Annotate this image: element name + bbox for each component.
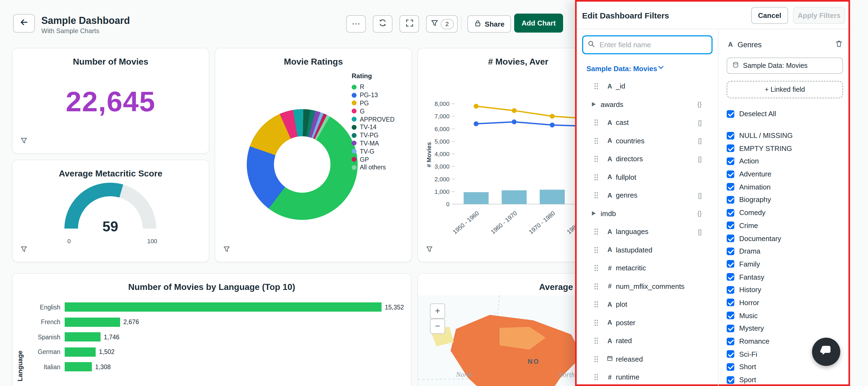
chart-filter-icon[interactable]: [223, 245, 230, 255]
checkbox-checked-icon[interactable]: [727, 325, 734, 332]
genre-option-row[interactable]: Horror: [727, 296, 843, 309]
donut-chart[interactable]: [247, 109, 358, 220]
gauge-chart[interactable]: 59 0 100: [12, 160, 209, 262]
checkbox-checked-icon[interactable]: [727, 132, 734, 139]
drag-handle-icon[interactable]: [594, 155, 598, 163]
genre-option-row[interactable]: Animation: [727, 180, 843, 193]
field-row-imdb[interactable]: imdb{}: [577, 204, 718, 222]
field-row-awards[interactable]: awards{}: [577, 95, 718, 113]
chat-launcher-button[interactable]: [812, 338, 840, 366]
combo-point[interactable]: [512, 119, 517, 124]
language-bar[interactable]: [65, 362, 92, 372]
checkbox-checked-icon[interactable]: [727, 350, 734, 358]
field-row-num_mflix_comments[interactable]: #num_mflix_comments: [577, 277, 718, 295]
checkbox-checked-icon[interactable]: [727, 170, 734, 178]
combo-bar[interactable]: [540, 190, 565, 204]
field-search-input[interactable]: [598, 40, 707, 49]
field-row-runtime[interactable]: #runtime: [577, 368, 718, 386]
genre-option-row[interactable]: Adventure: [727, 168, 843, 180]
genre-option-row[interactable]: Mystery: [727, 322, 843, 335]
checkbox-checked-icon[interactable]: [727, 376, 734, 384]
dashboard-filters-button[interactable]: 2: [426, 15, 458, 33]
back-button[interactable]: [13, 14, 35, 33]
drag-handle-icon[interactable]: [594, 319, 598, 326]
filter-source-chip[interactable]: Sample Data: Movies: [727, 58, 843, 74]
add-linked-field-button[interactable]: + Linked field: [727, 81, 843, 98]
genre-option-row[interactable]: Sport: [727, 374, 843, 386]
checkbox-checked-icon[interactable]: [727, 312, 734, 319]
more-options-button[interactable]: ⋯: [346, 15, 366, 33]
field-row-genres[interactable]: Agenres[]: [577, 186, 718, 204]
drag-handle-icon[interactable]: [594, 228, 598, 235]
combo-bar[interactable]: [464, 192, 489, 204]
field-row-plot[interactable]: Aplot: [577, 295, 718, 314]
chart-filter-icon[interactable]: [20, 245, 28, 255]
checkbox-checked-icon[interactable]: [727, 110, 734, 118]
checkbox-checked-icon[interactable]: [727, 235, 734, 242]
data-source-header[interactable]: Sample Data: Movies: [586, 63, 710, 74]
apply-filters-button[interactable]: Apply Filters: [793, 7, 845, 24]
trash-icon[interactable]: [835, 39, 843, 50]
genre-option-row[interactable]: Documentary: [727, 232, 843, 245]
fullscreen-button[interactable]: [400, 15, 419, 33]
genre-option-row[interactable]: Music: [727, 309, 843, 322]
checkbox-checked-icon[interactable]: [727, 144, 734, 152]
chart-filter-icon[interactable]: [426, 245, 433, 255]
map-zoom-out-button[interactable]: −: [430, 319, 445, 334]
drag-handle-icon[interactable]: [594, 356, 598, 363]
genre-option-row[interactable]: Drama: [727, 245, 843, 257]
field-row-languages[interactable]: Alanguages[]: [577, 222, 718, 241]
field-row-lastupdated[interactable]: Alastupdated: [577, 241, 718, 259]
genre-option-row[interactable]: NULL / MISSING: [727, 129, 843, 142]
checkbox-checked-icon[interactable]: [727, 222, 734, 230]
checkbox-checked-icon[interactable]: [727, 196, 734, 204]
language-bar[interactable]: [65, 303, 381, 312]
checkbox-checked-icon[interactable]: [727, 183, 734, 191]
checkbox-checked-icon[interactable]: [727, 157, 734, 165]
genre-option-row[interactable]: Comedy: [727, 206, 843, 219]
field-row-countries[interactable]: Acountries[]: [577, 132, 718, 150]
language-bar[interactable]: [65, 318, 120, 327]
refresh-button[interactable]: [373, 15, 393, 33]
field-row-fullplot[interactable]: Afullplot: [577, 168, 718, 186]
chart-filter-icon[interactable]: [20, 137, 28, 147]
share-button[interactable]: Share: [467, 15, 511, 33]
field-row-released[interactable]: released: [577, 350, 718, 368]
combo-point[interactable]: [474, 104, 478, 109]
genre-option-row[interactable]: Crime: [727, 219, 843, 232]
checkbox-checked-icon[interactable]: [727, 286, 734, 294]
combo-point[interactable]: [550, 123, 555, 128]
drag-handle-icon[interactable]: [594, 338, 598, 345]
drag-handle-icon[interactable]: [594, 192, 598, 199]
language-bar[interactable]: [65, 332, 100, 342]
checkbox-checked-icon[interactable]: [727, 247, 734, 255]
combo-point[interactable]: [474, 121, 478, 126]
field-row-_id[interactable]: A_id: [577, 77, 718, 95]
drag-handle-icon[interactable]: [594, 246, 598, 253]
combo-point[interactable]: [512, 108, 517, 113]
drag-handle-icon[interactable]: [594, 83, 598, 90]
checkbox-checked-icon[interactable]: [727, 299, 734, 307]
checkbox-checked-icon[interactable]: [727, 338, 734, 345]
map-zoom-in-button[interactable]: +: [430, 304, 445, 319]
expand-triangle-icon[interactable]: [592, 102, 596, 107]
expand-triangle-icon[interactable]: [592, 211, 596, 216]
field-row-poster[interactable]: Aposter: [577, 314, 718, 332]
checkbox-checked-icon[interactable]: [727, 363, 734, 371]
drag-handle-icon[interactable]: [594, 265, 598, 272]
checkbox-checked-icon[interactable]: [727, 260, 734, 268]
genre-option-row[interactable]: Fantasy: [727, 271, 843, 283]
language-bar[interactable]: [65, 347, 96, 357]
checkbox-checked-icon[interactable]: [727, 273, 734, 281]
genre-option-row[interactable]: Family: [727, 257, 843, 270]
field-row-rated[interactable]: Arated: [577, 332, 718, 350]
add-chart-button[interactable]: Add Chart: [514, 13, 563, 33]
field-row-metacritic[interactable]: #metacritic: [577, 259, 718, 277]
drag-handle-icon[interactable]: [594, 301, 598, 308]
genre-option-row[interactable]: Biography: [727, 193, 843, 206]
deselect-all-checkbox-row[interactable]: Deselect All: [727, 107, 843, 120]
field-row-cast[interactable]: Acast[]: [577, 113, 718, 132]
drag-handle-icon[interactable]: [594, 119, 598, 126]
combo-point[interactable]: [550, 114, 555, 118]
drag-handle-icon[interactable]: [594, 137, 598, 144]
